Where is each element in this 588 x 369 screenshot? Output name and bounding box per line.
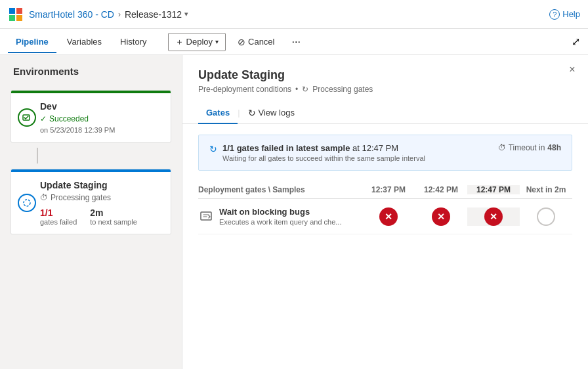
check-icon: ✓ xyxy=(40,114,47,123)
left-panel: Environments Dev ✓ Succeeded on 5/23/201… xyxy=(0,55,182,369)
alert-timeout: ⏱ Timeout in 48h xyxy=(498,143,561,152)
status-cell-3: ✕ xyxy=(467,207,520,226)
detail-tabs: Gates | ↻ View logs xyxy=(182,102,588,124)
tab-pipeline[interactable]: Pipeline xyxy=(8,32,56,53)
dev-card-body: Dev ✓ Succeeded on 5/23/2018 12:39 PM xyxy=(11,93,171,142)
tab-history[interactable]: History xyxy=(112,32,154,53)
col-1247: 12:47 PM xyxy=(467,185,520,194)
staging-env-icon xyxy=(18,194,36,212)
col-1237: 12:37 PM xyxy=(362,185,415,194)
environments-title: Environments xyxy=(0,55,182,85)
col-1242: 12:42 PM xyxy=(415,185,467,194)
subtitle-dot: • xyxy=(295,85,298,94)
app-icon xyxy=(8,7,24,22)
clock-icon-alert: ⏱ xyxy=(498,143,506,152)
staging-card-body: Update Staging ⏱ Processing gates 1/1 ga… xyxy=(11,172,171,234)
col-next: Next in 2m xyxy=(520,185,572,194)
cancel-button[interactable]: ⊘ Cancel xyxy=(231,34,281,50)
detail-subtitle: Pre-deployment conditions • ↻ Processing… xyxy=(198,85,572,94)
detail-header: Update Staging Pre-deployment conditions… xyxy=(182,55,588,94)
help-button[interactable]: ? Help xyxy=(549,9,580,20)
breadcrumb: SmartHotel 360 - CD › Release-1312 ▾ xyxy=(29,9,188,20)
env-card-staging[interactable]: Update Staging ⏱ Processing gates 1/1 ga… xyxy=(10,169,171,234)
tab-gates[interactable]: Gates xyxy=(198,102,238,124)
gate-name: Wait on blocking bugs xyxy=(219,207,341,217)
deploy-button[interactable]: ＋ Deploy ▾ xyxy=(168,33,226,51)
gate-desc: Executes a work item query and che... xyxy=(219,218,341,226)
fail-icon-1: ✕ xyxy=(379,207,398,226)
staging-env-stats: 1/1 gates failed 2m to next sample xyxy=(40,207,161,226)
detail-title: Update Staging xyxy=(198,68,572,82)
help-circle-icon: ? xyxy=(549,9,560,20)
clock-icon: ⏱ xyxy=(40,193,48,202)
env-card-dev[interactable]: Dev ✓ Succeeded on 5/23/2018 12:39 PM xyxy=(10,90,171,142)
table-row: Wait on blocking bugs Executes a work it… xyxy=(198,199,572,234)
connector xyxy=(0,148,182,163)
gate-icon xyxy=(198,208,214,224)
svg-rect-0 xyxy=(9,8,15,14)
dev-env-name: Dev xyxy=(40,101,161,112)
nav-actions: ＋ Deploy ▾ ⊘ Cancel ··· xyxy=(168,33,306,51)
expand-button[interactable]: ⤢ xyxy=(572,35,580,48)
fail-icon-3: ✕ xyxy=(484,207,503,226)
tab-view-logs[interactable]: ↻ View logs xyxy=(240,102,303,123)
status-cell-2: ✕ xyxy=(415,207,467,226)
top-bar-left: SmartHotel 360 - CD › Release-1312 ▾ xyxy=(8,7,188,22)
gates-failed-stat: 1/1 gates failed xyxy=(40,207,77,226)
gates-table: Deployment gates \ Samples 12:37 PM 12:4… xyxy=(198,181,572,234)
alert-spinner-icon: ↻ xyxy=(209,144,217,154)
processing-icon: ↻ xyxy=(302,85,308,94)
alert-main-text: 1/1 gates failed in latest sample at 12:… xyxy=(222,143,425,153)
org-name[interactable]: SmartHotel 360 - CD xyxy=(29,9,114,20)
staging-env-status: ⏱ Processing gates xyxy=(40,193,161,202)
staging-env-name: Update Staging xyxy=(40,180,161,190)
svg-rect-1 xyxy=(16,8,22,14)
svg-point-5 xyxy=(24,200,30,206)
cancel-circle-icon: ⊘ xyxy=(238,37,245,47)
more-button[interactable]: ··· xyxy=(286,33,305,51)
tab-variables[interactable]: Variables xyxy=(59,32,110,53)
svg-rect-3 xyxy=(16,15,22,21)
status-cell-1: ✕ xyxy=(362,207,415,226)
col-name: Deployment gates \ Samples xyxy=(198,185,362,194)
right-panel: × Update Staging Pre-deployment conditio… xyxy=(182,55,588,369)
close-button[interactable]: × xyxy=(564,62,580,77)
next-sample-stat: 2m to next sample xyxy=(90,207,137,226)
svg-rect-2 xyxy=(9,15,15,21)
main: Environments Dev ✓ Succeeded on 5/23/201… xyxy=(0,55,588,369)
deploy-icon: ＋ xyxy=(175,36,184,48)
top-bar: SmartHotel 360 - CD › Release-1312 ▾ ? H… xyxy=(0,0,588,29)
dev-env-status: ✓ Succeeded xyxy=(40,114,161,123)
dev-env-date: on 5/23/2018 12:39 PM xyxy=(40,126,161,134)
deploy-chevron-icon: ▾ xyxy=(215,38,219,45)
alert-sub-text: Waiting for all gates to succeed within … xyxy=(222,154,425,162)
table-header: Deployment gates \ Samples 12:37 PM 12:4… xyxy=(198,181,572,199)
refresh-icon: ↻ xyxy=(248,108,256,118)
release-name[interactable]: Release-1312 ▾ xyxy=(125,9,188,20)
alert-left: ↻ 1/1 gates failed in latest sample at 1… xyxy=(209,143,425,162)
status-cell-4 xyxy=(520,207,572,226)
breadcrumb-sep: › xyxy=(118,10,121,19)
pending-icon xyxy=(537,207,555,226)
dev-env-icon xyxy=(18,108,36,127)
gate-name-cell: Wait on blocking bugs Executes a work it… xyxy=(198,207,362,226)
connector-line xyxy=(37,148,38,163)
alert-banner: ↻ 1/1 gates failed in latest sample at 1… xyxy=(198,135,572,171)
fail-icon-2: ✕ xyxy=(432,207,450,226)
dropdown-icon[interactable]: ▾ xyxy=(184,10,188,18)
nav-bar: Pipeline Variables History ＋ Deploy ▾ ⊘ … xyxy=(0,29,588,55)
